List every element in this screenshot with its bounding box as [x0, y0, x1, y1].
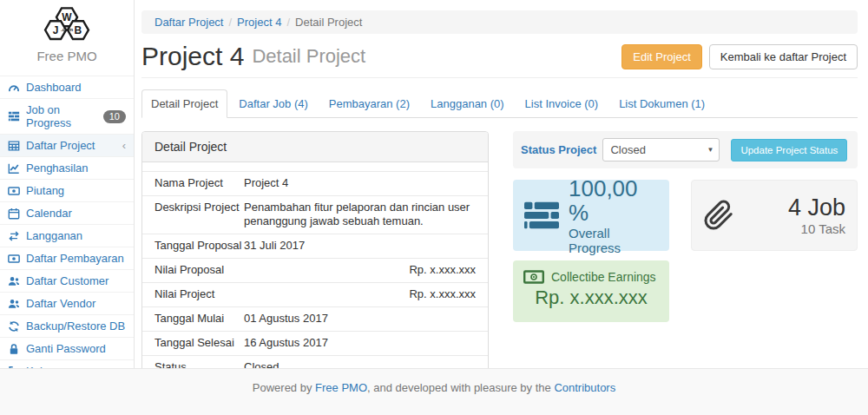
- logo: W J B .com Free PMO: [0, 0, 134, 76]
- detail-row-value: Project 4: [244, 176, 476, 190]
- detail-row-value: Penambahan fitur pelaporan dan rincian u…: [244, 201, 476, 228]
- tab-link[interactable]: List Dokumen (1): [609, 89, 714, 118]
- sidebar-item-piutang[interactable]: Piutang: [0, 180, 134, 202]
- svg-text:.com: .com: [61, 27, 73, 32]
- dashboard-icon: [8, 81, 22, 94]
- sidebar-card: W J B .com Free PMO DashboardJob on Prog…: [0, 0, 135, 383]
- footer: Powered by Free PMO, and developed with …: [0, 368, 868, 415]
- detail-row-label: Nilai Proposal: [155, 263, 244, 277]
- back-to-list-button[interactable]: Kembali ke daftar Project: [709, 44, 858, 69]
- free-pmo-link[interactable]: Free PMO: [315, 381, 367, 394]
- detail-row-nilai-project: Nilai ProjectRp. x.xxx.xxx: [142, 282, 488, 306]
- svg-text:J: J: [53, 24, 59, 36]
- brand-name: Free PMO: [0, 49, 134, 63]
- sidebar-item-langganan[interactable]: Langganan: [0, 225, 134, 247]
- tabs: Detail ProjectDaftar Job (4)Pembayaran (…: [141, 89, 858, 118]
- sidebar-item-label: Daftar Customer: [26, 274, 108, 287]
- money-icon: [8, 252, 22, 265]
- sidebar-item-dashboard[interactable]: Dashboard: [0, 76, 134, 99]
- sidebar-item-label: Ganti Password: [26, 342, 106, 355]
- sidebar-item-label: Job on Progress: [26, 103, 103, 129]
- exchange-icon: [8, 229, 22, 242]
- detail-row-label: Tanggal Selesai: [155, 336, 244, 350]
- money-icon: [523, 270, 544, 284]
- tasks-icon: [524, 201, 559, 229]
- sidebar-item-daftar-vendor[interactable]: Daftar Vendor: [0, 293, 134, 315]
- users-icon: [8, 297, 22, 310]
- breadcrumb-separator: /: [228, 16, 232, 29]
- sidebar-item-daftar-pembayaran[interactable]: Daftar Pembayaran: [0, 247, 134, 270]
- tab-link[interactable]: List Invoice (0): [516, 89, 608, 118]
- count-badge: 10: [103, 110, 126, 123]
- jwb-logo-icon: W J B .com: [33, 5, 101, 47]
- status-project-select[interactable]: Closed: [602, 138, 720, 161]
- sidebar-menu: DashboardJob on Progress10Daftar Project…: [0, 76, 134, 383]
- sidebar-item-label: Daftar Pembayaran: [26, 252, 124, 265]
- sidebar-item-label: Penghasilan: [26, 161, 89, 175]
- detail-row-label: Tanggal Mulai: [155, 312, 244, 326]
- page-title: Project 4: [141, 42, 244, 71]
- jobs-card: 4 Job 10 Task: [691, 180, 858, 251]
- svg-text:W: W: [62, 11, 72, 23]
- sidebar-item-label: Piutang: [26, 184, 64, 197]
- earnings-value: Rp. x.xxx.xxx: [523, 287, 659, 309]
- jobs-value: 4 Job: [788, 195, 845, 221]
- detail-row-value: 31 Juli 2017: [244, 239, 476, 253]
- detail-row-value: Rp. x.xxx.xxx: [244, 287, 476, 301]
- sidebar-item-daftar-project[interactable]: Daftar Project‹: [0, 135, 134, 157]
- sidebar-item-ganti-password[interactable]: Ganti Password: [0, 338, 134, 360]
- status-project-label: Status Project: [521, 143, 596, 156]
- page-subtitle: Detail Project: [252, 45, 365, 68]
- sidebar-item-job-on-progress[interactable]: Job on Progress10: [0, 99, 134, 135]
- contributors-link[interactable]: Contributors: [554, 381, 615, 394]
- tab-detail-project: Detail Project: [141, 89, 227, 118]
- tab-langganan-0: Langganan (0): [421, 89, 514, 118]
- detail-row-value: 16 Agustus 2017: [244, 336, 476, 350]
- sidebar-item-label: Backup/Restore DB: [26, 319, 125, 333]
- tab-link[interactable]: Pembayaran (2): [319, 89, 419, 118]
- calendar-icon: [8, 207, 22, 220]
- tasks-count: 10 Task: [788, 221, 845, 236]
- table-icon: [8, 139, 22, 152]
- progress-text: 100,00 % Overall Progress: [569, 176, 658, 255]
- detail-row-deskripsi-project: Deskripsi ProjectPenambahan fitur pelapo…: [142, 195, 488, 234]
- sidebar-item-label: Daftar Vendor: [26, 297, 95, 310]
- sidebar-item-label: Dashboard: [26, 81, 82, 94]
- detail-row-label: Tanggal Proposal: [155, 239, 244, 253]
- chevron-left-icon: ‹: [122, 139, 126, 152]
- detail-row-tanggal-proposal: Tanggal Proposal31 Juli 2017: [142, 234, 488, 258]
- money-icon: [8, 184, 22, 197]
- breadcrumb: Daftar Project/Project 4/Detail Project: [141, 10, 858, 34]
- summary-cards: 100,00 % Overall Progress 4 Job 10 T: [513, 180, 858, 251]
- sidebar-item-calendar[interactable]: Calendar: [0, 202, 134, 225]
- edit-project-button[interactable]: Edit Project: [621, 44, 701, 69]
- tab-link[interactable]: Daftar Job (4): [229, 89, 317, 118]
- status-project-bar: Status Project Closed ▼ Update Project S…: [513, 131, 858, 168]
- sidebar-item-label: Langganan: [26, 229, 82, 242]
- tab-link[interactable]: Langganan (0): [421, 89, 514, 118]
- sidebar-item-label: Calendar: [26, 207, 72, 220]
- sidebar-item-penghasilan[interactable]: Penghasilan: [0, 157, 134, 180]
- detail-row-value: 01 Agustus 2017: [244, 312, 476, 326]
- breadcrumb-item-detail-project: Detail Project: [295, 16, 362, 29]
- free-pmo-app: W J B .com Free PMO DashboardJob on Prog…: [0, 0, 868, 415]
- lock-icon: [8, 342, 22, 355]
- tab-list-dokumen-1: List Dokumen (1): [609, 89, 714, 118]
- detail-row-label: Nilai Project: [155, 287, 244, 301]
- breadcrumb-item-daftar-project[interactable]: Daftar Project: [155, 16, 223, 29]
- sidebar: W J B .com Free PMO DashboardJob on Prog…: [0, 0, 135, 383]
- breadcrumb-separator: /: [286, 16, 290, 29]
- sidebar-item-backup-restore-db[interactable]: Backup/Restore DB: [0, 315, 134, 338]
- collectible-earnings-card: Collectibe Earnings Rp. x.xxx.xxx: [513, 260, 669, 322]
- footer-text: Powered by: [253, 381, 315, 394]
- update-status-button[interactable]: Update Project Status: [731, 139, 847, 161]
- detail-row-value: Rp. x.xxx.xxx: [244, 263, 476, 277]
- breadcrumb-item-project-4[interactable]: Project 4: [237, 16, 281, 29]
- sidebar-item-daftar-customer[interactable]: Daftar Customer: [0, 270, 134, 293]
- page-header: Project 4 Detail Project Edit Project Ke…: [141, 42, 858, 78]
- progress-label: Overall Progress: [569, 226, 658, 255]
- detail-row-nilai-proposal: Nilai ProposalRp. x.xxx.xxx: [142, 258, 488, 282]
- line-chart-icon: [8, 161, 22, 175]
- tab-link[interactable]: Detail Project: [141, 89, 227, 118]
- main-content: Daftar Project/Project 4/Detail Project …: [135, 0, 868, 368]
